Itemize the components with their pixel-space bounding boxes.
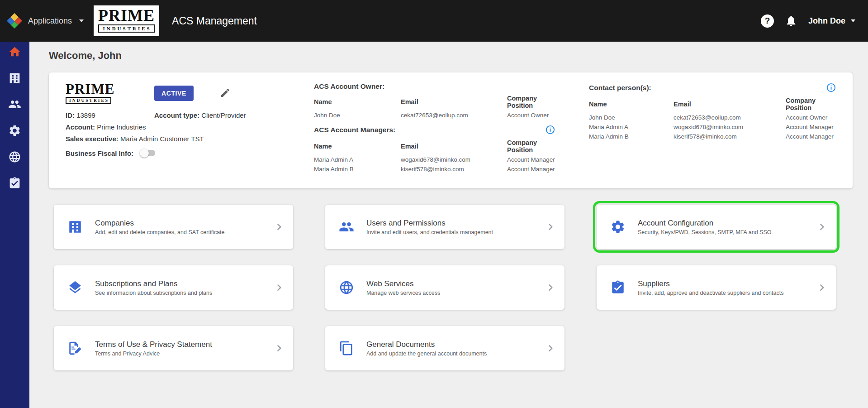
help-icon[interactable]: ? (761, 14, 774, 28)
sales-executive-value: Maria Admin Customer TST (120, 135, 204, 143)
chevron-right-icon (272, 341, 286, 355)
account-name: Account: Prime Industries (66, 123, 280, 131)
card-account-configuration[interactable]: Account Configuration Security, Keys/PWD… (597, 205, 836, 249)
card-title: Account Configuration (638, 219, 771, 228)
owner-section-title: ACS Account Owner: (314, 82, 384, 91)
sidebar-item-companies[interactable] (5, 70, 24, 88)
managers-info-icon[interactable] (545, 125, 555, 135)
account-owner-section: ACS Account Owner: Name Email Company Po… (297, 82, 572, 178)
sidebar-item-account-configuration[interactable] (5, 122, 24, 140)
card-subtitle: Add, edit and delete companies, and SAT … (95, 229, 225, 235)
card-title: Users and Permissions (366, 219, 493, 228)
clipboard-check-icon (609, 280, 626, 295)
sales-executive-label: Sales executive: (66, 135, 119, 143)
table-row: Maria Admin A wogaxid678@iminko.com Acco… (589, 122, 836, 132)
globe-icon (8, 150, 21, 165)
applications-logo-icon (6, 13, 23, 29)
users-icon (338, 219, 355, 235)
account-id: ID: 13899 (66, 111, 154, 119)
user-menu[interactable]: John Doe (808, 16, 855, 26)
table-row: Maria Admin B kiserif578@iminko.com Acco… (589, 132, 836, 141)
card-terms-privacy[interactable]: Terms of Use & Privacy Statement Terms a… (54, 326, 293, 370)
card-users-permissions[interactable]: Users and Permissions Invite and edit us… (325, 205, 564, 249)
sidebar-item-suppliers[interactable] (5, 175, 24, 193)
table-cell: cekat72653@eoilup.com (674, 113, 786, 122)
table-cell: wogaxid678@iminko.com (401, 155, 507, 164)
chevron-right-icon (544, 220, 557, 234)
card-title: Web Services (366, 279, 440, 288)
account-type-label: Account type: (154, 111, 199, 119)
welcome-heading: Welcome, John (49, 50, 868, 62)
business-fiscal-toggle[interactable] (140, 149, 156, 158)
applications-label: Applications (28, 16, 72, 26)
building-icon (66, 219, 84, 235)
table-cell: kiserif578@iminko.com (674, 132, 786, 141)
building-icon (8, 72, 21, 86)
card-subtitle: Add and update the general account docum… (366, 350, 487, 357)
table-cell: kiserif578@iminko.com (401, 164, 507, 174)
column-header: Email (401, 94, 507, 110)
table-row: Maria Admin A wogaxid678@iminko.com Acco… (314, 155, 555, 164)
card-title: Terms of Use & Privacy Statement (95, 340, 212, 349)
card-subtitle: Manage web services access (366, 290, 440, 296)
table-cell: John Doe (589, 113, 674, 122)
status-badge: ACTIVE (154, 86, 194, 101)
column-header: Name (589, 96, 674, 113)
applications-menu[interactable]: Applications (6, 13, 84, 29)
contacts-info-icon[interactable] (826, 82, 836, 93)
pencil-icon (220, 87, 231, 100)
table-header-row: Name Email Company Position (589, 96, 836, 113)
card-subtitle: Invite, add, approve and deactivate supp… (638, 290, 783, 296)
card-suppliers[interactable]: Suppliers Invite, add, approve and deact… (597, 265, 836, 310)
brand-line2: INDUSTRIES (66, 97, 111, 104)
column-header: Email (674, 96, 786, 113)
account-info-section: PRIME INDUSTRIES ACTIVE ID: 13899 Accoun… (49, 82, 297, 178)
brand-line1: PRIME (66, 82, 154, 96)
page-title: ACS Management (172, 15, 257, 27)
chevron-right-icon (815, 220, 829, 234)
account-value: Prime Industries (97, 123, 146, 131)
account-type: Account type: Client/Provider (154, 111, 246, 119)
contacts-section-title: Contact person(s): (589, 84, 651, 92)
card-title: Suppliers (638, 279, 783, 288)
sales-executive: Sales executive: Maria Admin Customer TS… (66, 135, 280, 143)
table-cell: Maria Admin A (314, 155, 401, 164)
table-row: Maria Admin B kiserif578@iminko.com Acco… (314, 164, 555, 174)
table-cell: Maria Admin B (589, 132, 674, 141)
sidebar-item-home[interactable] (5, 43, 24, 62)
column-header: Name (314, 94, 401, 110)
card-title: Companies (95, 219, 225, 228)
user-name: John Doe (808, 16, 845, 26)
nav-cards-grid: Companies Add, edit and delete companies… (54, 205, 868, 370)
contact-persons-section: Contact person(s): Name Email Company Po… (572, 82, 853, 178)
clipboard-check-icon (8, 177, 21, 191)
sidebar-item-web-services[interactable] (5, 149, 24, 167)
edit-account-button[interactable] (220, 87, 231, 100)
card-web-services[interactable]: Web Services Manage web services access (325, 265, 564, 310)
table-cell: Account Owner (507, 110, 555, 120)
column-header: Company Position (507, 94, 555, 110)
card-subscriptions-plans[interactable]: Subscriptions and Plans See información … (54, 265, 293, 310)
card-general-documents[interactable]: General Documents Add and update the gen… (325, 326, 564, 370)
table-cell: wogaxid678@iminko.com (674, 122, 786, 132)
table-header-row: Name Email Company Position (314, 138, 555, 155)
table-cell: Account Manager (507, 155, 555, 164)
toggle-knob (140, 149, 149, 158)
business-fiscal-label: Business Fiscal Info: (66, 149, 133, 157)
managers-table: Name Email Company Position Maria Admin … (314, 138, 555, 174)
chevron-right-icon (544, 281, 557, 294)
help-glyph: ? (765, 16, 770, 26)
sidebar-item-users[interactable] (5, 96, 24, 114)
card-subtitle: Security, Keys/PWD, Sessions, SMTP, MFA … (638, 229, 771, 235)
column-header: Email (401, 138, 507, 155)
notifications-bell-icon[interactable] (785, 14, 797, 27)
gear-icon (609, 219, 626, 235)
gear-icon (8, 124, 21, 139)
table-cell: Account Manager (786, 132, 836, 141)
chevron-right-icon (815, 281, 829, 294)
table-cell: Maria Admin A (589, 122, 674, 132)
card-companies[interactable]: Companies Add, edit and delete companies… (54, 205, 293, 249)
card-subtitle: Invite and edit users, and credentials m… (366, 229, 493, 235)
table-header-row: Name Email Company Position (314, 94, 555, 110)
document-edit-icon (66, 341, 84, 356)
